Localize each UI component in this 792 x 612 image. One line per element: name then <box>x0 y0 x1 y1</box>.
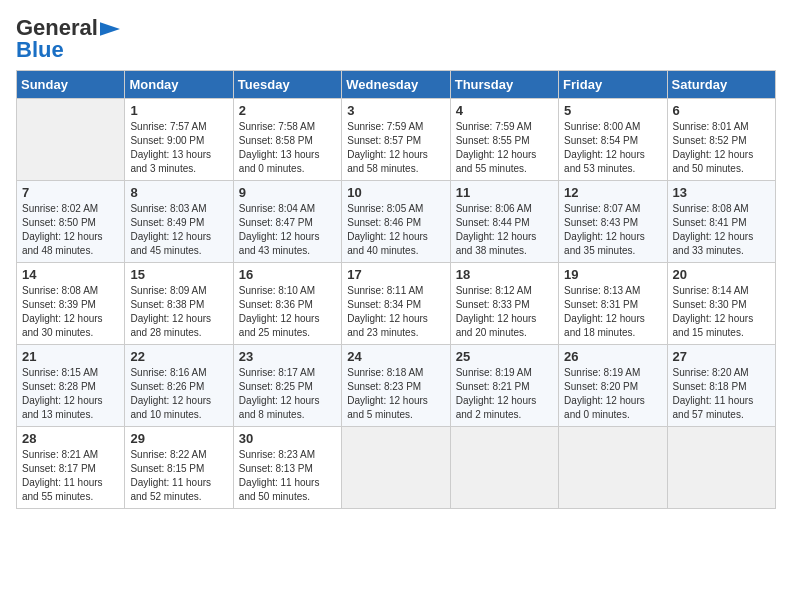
day-info: Sunrise: 7:58 AM Sunset: 8:58 PM Dayligh… <box>239 120 336 176</box>
day-number: 13 <box>673 185 770 200</box>
day-number: 10 <box>347 185 444 200</box>
day-number: 11 <box>456 185 553 200</box>
day-number: 20 <box>673 267 770 282</box>
calendar-table: SundayMondayTuesdayWednesdayThursdayFrid… <box>16 70 776 509</box>
calendar-cell: 20Sunrise: 8:14 AM Sunset: 8:30 PM Dayli… <box>667 263 775 345</box>
calendar-cell: 10Sunrise: 8:05 AM Sunset: 8:46 PM Dayli… <box>342 181 450 263</box>
day-info: Sunrise: 7:57 AM Sunset: 9:00 PM Dayligh… <box>130 120 227 176</box>
day-number: 17 <box>347 267 444 282</box>
day-number: 24 <box>347 349 444 364</box>
day-number: 18 <box>456 267 553 282</box>
day-info: Sunrise: 8:09 AM Sunset: 8:38 PM Dayligh… <box>130 284 227 340</box>
day-info: Sunrise: 8:23 AM Sunset: 8:13 PM Dayligh… <box>239 448 336 504</box>
day-info: Sunrise: 8:20 AM Sunset: 8:18 PM Dayligh… <box>673 366 770 422</box>
day-number: 9 <box>239 185 336 200</box>
calendar-cell: 29Sunrise: 8:22 AM Sunset: 8:15 PM Dayli… <box>125 427 233 509</box>
day-number: 14 <box>22 267 119 282</box>
day-info: Sunrise: 7:59 AM Sunset: 8:57 PM Dayligh… <box>347 120 444 176</box>
col-header-sunday: Sunday <box>17 71 125 99</box>
col-header-wednesday: Wednesday <box>342 71 450 99</box>
day-number: 30 <box>239 431 336 446</box>
day-info: Sunrise: 8:03 AM Sunset: 8:49 PM Dayligh… <box>130 202 227 258</box>
calendar-cell: 17Sunrise: 8:11 AM Sunset: 8:34 PM Dayli… <box>342 263 450 345</box>
day-number: 27 <box>673 349 770 364</box>
day-info: Sunrise: 8:17 AM Sunset: 8:25 PM Dayligh… <box>239 366 336 422</box>
day-number: 23 <box>239 349 336 364</box>
calendar-cell: 8Sunrise: 8:03 AM Sunset: 8:49 PM Daylig… <box>125 181 233 263</box>
calendar-cell: 3Sunrise: 7:59 AM Sunset: 8:57 PM Daylig… <box>342 99 450 181</box>
day-info: Sunrise: 8:16 AM Sunset: 8:26 PM Dayligh… <box>130 366 227 422</box>
calendar-cell: 7Sunrise: 8:02 AM Sunset: 8:50 PM Daylig… <box>17 181 125 263</box>
day-info: Sunrise: 8:02 AM Sunset: 8:50 PM Dayligh… <box>22 202 119 258</box>
col-header-monday: Monday <box>125 71 233 99</box>
calendar-cell <box>559 427 667 509</box>
page-header: General Blue <box>16 16 776 62</box>
calendar-cell: 18Sunrise: 8:12 AM Sunset: 8:33 PM Dayli… <box>450 263 558 345</box>
day-info: Sunrise: 8:15 AM Sunset: 8:28 PM Dayligh… <box>22 366 119 422</box>
calendar-cell: 13Sunrise: 8:08 AM Sunset: 8:41 PM Dayli… <box>667 181 775 263</box>
day-info: Sunrise: 8:19 AM Sunset: 8:20 PM Dayligh… <box>564 366 661 422</box>
col-header-friday: Friday <box>559 71 667 99</box>
calendar-cell: 16Sunrise: 8:10 AM Sunset: 8:36 PM Dayli… <box>233 263 341 345</box>
day-info: Sunrise: 8:07 AM Sunset: 8:43 PM Dayligh… <box>564 202 661 258</box>
day-info: Sunrise: 8:05 AM Sunset: 8:46 PM Dayligh… <box>347 202 444 258</box>
calendar-cell: 2Sunrise: 7:58 AM Sunset: 8:58 PM Daylig… <box>233 99 341 181</box>
logo: General Blue <box>16 16 120 62</box>
calendar-cell: 24Sunrise: 8:18 AM Sunset: 8:23 PM Dayli… <box>342 345 450 427</box>
calendar-cell: 9Sunrise: 8:04 AM Sunset: 8:47 PM Daylig… <box>233 181 341 263</box>
day-number: 25 <box>456 349 553 364</box>
day-info: Sunrise: 8:08 AM Sunset: 8:39 PM Dayligh… <box>22 284 119 340</box>
day-info: Sunrise: 8:13 AM Sunset: 8:31 PM Dayligh… <box>564 284 661 340</box>
day-number: 29 <box>130 431 227 446</box>
col-header-thursday: Thursday <box>450 71 558 99</box>
calendar-cell: 28Sunrise: 8:21 AM Sunset: 8:17 PM Dayli… <box>17 427 125 509</box>
calendar-cell <box>450 427 558 509</box>
calendar-cell: 12Sunrise: 8:07 AM Sunset: 8:43 PM Dayli… <box>559 181 667 263</box>
calendar-cell: 30Sunrise: 8:23 AM Sunset: 8:13 PM Dayli… <box>233 427 341 509</box>
day-info: Sunrise: 8:06 AM Sunset: 8:44 PM Dayligh… <box>456 202 553 258</box>
logo-blue-text: Blue <box>16 37 64 62</box>
day-info: Sunrise: 8:12 AM Sunset: 8:33 PM Dayligh… <box>456 284 553 340</box>
day-number: 1 <box>130 103 227 118</box>
calendar-cell: 19Sunrise: 8:13 AM Sunset: 8:31 PM Dayli… <box>559 263 667 345</box>
day-info: Sunrise: 8:22 AM Sunset: 8:15 PM Dayligh… <box>130 448 227 504</box>
day-number: 12 <box>564 185 661 200</box>
day-number: 21 <box>22 349 119 364</box>
day-number: 7 <box>22 185 119 200</box>
day-info: Sunrise: 8:00 AM Sunset: 8:54 PM Dayligh… <box>564 120 661 176</box>
col-header-tuesday: Tuesday <box>233 71 341 99</box>
day-info: Sunrise: 8:08 AM Sunset: 8:41 PM Dayligh… <box>673 202 770 258</box>
day-number: 16 <box>239 267 336 282</box>
day-number: 4 <box>456 103 553 118</box>
calendar-cell: 22Sunrise: 8:16 AM Sunset: 8:26 PM Dayli… <box>125 345 233 427</box>
day-number: 15 <box>130 267 227 282</box>
day-info: Sunrise: 8:19 AM Sunset: 8:21 PM Dayligh… <box>456 366 553 422</box>
day-info: Sunrise: 8:10 AM Sunset: 8:36 PM Dayligh… <box>239 284 336 340</box>
day-number: 3 <box>347 103 444 118</box>
calendar-cell: 21Sunrise: 8:15 AM Sunset: 8:28 PM Dayli… <box>17 345 125 427</box>
day-number: 2 <box>239 103 336 118</box>
calendar-cell: 26Sunrise: 8:19 AM Sunset: 8:20 PM Dayli… <box>559 345 667 427</box>
calendar-cell <box>342 427 450 509</box>
calendar-cell: 23Sunrise: 8:17 AM Sunset: 8:25 PM Dayli… <box>233 345 341 427</box>
day-info: Sunrise: 8:04 AM Sunset: 8:47 PM Dayligh… <box>239 202 336 258</box>
svg-marker-0 <box>100 23 120 36</box>
calendar-cell: 27Sunrise: 8:20 AM Sunset: 8:18 PM Dayli… <box>667 345 775 427</box>
day-info: Sunrise: 7:59 AM Sunset: 8:55 PM Dayligh… <box>456 120 553 176</box>
logo-arrow-icon <box>100 22 120 36</box>
day-number: 28 <box>22 431 119 446</box>
calendar-cell: 6Sunrise: 8:01 AM Sunset: 8:52 PM Daylig… <box>667 99 775 181</box>
calendar-cell <box>667 427 775 509</box>
calendar-cell: 25Sunrise: 8:19 AM Sunset: 8:21 PM Dayli… <box>450 345 558 427</box>
day-number: 19 <box>564 267 661 282</box>
day-number: 26 <box>564 349 661 364</box>
calendar-cell <box>17 99 125 181</box>
day-number: 5 <box>564 103 661 118</box>
day-info: Sunrise: 8:14 AM Sunset: 8:30 PM Dayligh… <box>673 284 770 340</box>
calendar-cell: 15Sunrise: 8:09 AM Sunset: 8:38 PM Dayli… <box>125 263 233 345</box>
day-info: Sunrise: 8:11 AM Sunset: 8:34 PM Dayligh… <box>347 284 444 340</box>
calendar-cell: 1Sunrise: 7:57 AM Sunset: 9:00 PM Daylig… <box>125 99 233 181</box>
col-header-saturday: Saturday <box>667 71 775 99</box>
day-info: Sunrise: 8:21 AM Sunset: 8:17 PM Dayligh… <box>22 448 119 504</box>
calendar-cell: 14Sunrise: 8:08 AM Sunset: 8:39 PM Dayli… <box>17 263 125 345</box>
